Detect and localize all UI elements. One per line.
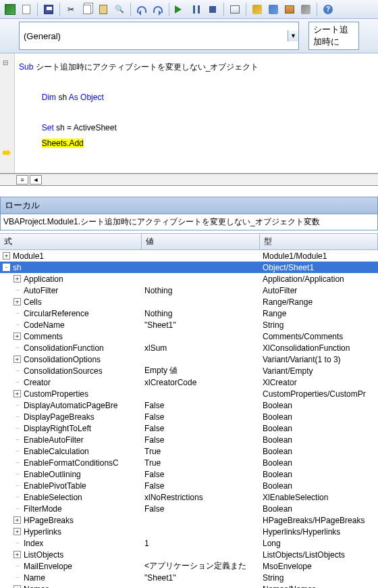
locals-row[interactable]: EnableCalculationTrueBoolean (0, 445, 378, 457)
locals-row[interactable]: +CellsRange/Range (0, 296, 378, 308)
locals-panel-title: ローカル (0, 197, 378, 214)
project-explorer-icon[interactable] (250, 2, 265, 17)
locals-row[interactable]: ConsolidationSourcesEmpty 値Variant/Empty (0, 365, 378, 376)
break-icon[interactable] (189, 2, 204, 17)
locals-row[interactable]: DisplayAutomaticPageBreFalseBoolean (0, 399, 378, 411)
expr-type: Variant/Empty (260, 366, 378, 376)
expand-icon[interactable]: + (14, 516, 21, 524)
expr-type: Boolean (260, 412, 378, 422)
expand-icon[interactable]: + (14, 298, 21, 305)
expr-name: DisplayPageBreaks (24, 412, 94, 422)
object-proc-bar: (General) ▼ シート追加時に (0, 19, 378, 53)
locals-row[interactable]: CodeName"Sheet1"String (0, 319, 378, 330)
expr-type: XlCreator (260, 378, 378, 387)
save-icon[interactable] (41, 2, 56, 17)
expr-value: <アプリケーション定義また (142, 560, 260, 572)
expr-type: HPageBreaks/HPageBreaks (260, 516, 378, 525)
proc-view-icon[interactable]: ≡ (16, 175, 28, 185)
procedure-dropdown[interactable]: シート追加時に (308, 22, 359, 50)
locals-row[interactable]: +ApplicationApplication/Application (0, 273, 378, 285)
expr-name: EnableAutoFilter (24, 435, 84, 445)
expr-type: Boolean (260, 401, 378, 410)
locals-row[interactable]: -shObject/Sheet1 (0, 262, 378, 273)
expand-icon[interactable]: + (3, 252, 10, 260)
locals-row[interactable]: CreatorxlCreatorCodeXlCreator (0, 376, 378, 388)
expr-name: Module1 (13, 251, 44, 261)
locals-row[interactable]: +Module1Module1/Module1 (0, 250, 378, 262)
locals-row[interactable]: +ConsolidationOptionsVariant/Variant(1 t… (0, 353, 378, 365)
expand-icon[interactable]: + (14, 528, 21, 535)
full-view-icon[interactable]: ◄ (30, 175, 42, 185)
properties-icon[interactable] (266, 2, 281, 17)
locals-row[interactable]: DisplayPageBreaksFalseBoolean (0, 411, 378, 422)
paste-icon[interactable] (96, 2, 111, 17)
collapse-icon[interactable]: - (3, 264, 10, 271)
design-mode-icon[interactable] (227, 2, 242, 17)
leaf-icon (14, 401, 21, 409)
leaf-icon (14, 436, 21, 443)
expand-icon[interactable]: + (14, 390, 21, 397)
col-value[interactable]: 値 (142, 234, 260, 249)
expr-type: Object/Sheet1 (260, 263, 378, 272)
locals-row[interactable]: Index1Long (0, 537, 378, 549)
locals-header: 式 値 型 (0, 233, 378, 250)
expr-type: String (260, 320, 378, 330)
locals-row[interactable]: +HyperlinksHyperlinks/Hyperlinks (0, 526, 378, 537)
expr-type: Boolean (260, 435, 378, 445)
locals-row[interactable]: EnableAutoFilterFalseBoolean (0, 434, 378, 445)
locals-row[interactable]: EnablePivotTableFalseBoolean (0, 480, 378, 491)
locals-row[interactable]: EnableFormatConditionsCTrueBoolean (0, 457, 378, 468)
locals-row[interactable]: DisplayRightToLeftFalseBoolean (0, 422, 378, 434)
locals-row[interactable]: ConsolidationFunctionxlSumXlConsolidatio… (0, 342, 378, 353)
expand-icon[interactable]: + (14, 356, 21, 363)
excel-icon[interactable] (3, 2, 18, 17)
find-icon[interactable]: 🔍 (112, 2, 127, 17)
col-type[interactable]: 型 (260, 234, 378, 249)
code-editor[interactable]: ⊟ Sub シート追加時にアクティブシートを変更しない_オブジェクト Dim s… (0, 53, 378, 174)
run-icon[interactable] (173, 2, 188, 17)
expr-value: Empty 値 (142, 365, 260, 376)
locals-row[interactable]: +CommentsComments/Comments (0, 330, 378, 342)
undo-icon[interactable] (134, 2, 149, 17)
leaf-icon (14, 447, 21, 455)
expand-icon[interactable]: + (14, 585, 21, 588)
fold-toggle-icon[interactable]: ⊟ (3, 59, 8, 66)
code-gutter[interactable]: ⊟ (0, 53, 15, 173)
locals-row[interactable]: CircularReferenceNothingRange (0, 308, 378, 319)
leaf-icon (14, 493, 21, 501)
locals-row[interactable]: EnableOutliningFalseBoolean (0, 468, 378, 480)
expr-name: ConsolidationFunction (24, 343, 104, 353)
redo-icon[interactable] (151, 2, 165, 17)
expand-icon[interactable]: + (14, 333, 21, 340)
object-dropdown[interactable]: (General) ▼ (19, 22, 299, 50)
expr-type: Boolean (260, 458, 378, 468)
code-text[interactable]: Sub シート追加時にアクティブシートを変更しない_オブジェクト Dim sh … (15, 53, 378, 173)
leaf-icon (14, 470, 21, 478)
expand-icon[interactable]: + (14, 275, 21, 283)
toolbox-icon[interactable] (298, 2, 313, 17)
locals-row[interactable]: AutoFilterNothingAutoFilter (0, 285, 378, 296)
locals-tree[interactable]: +Module1Module1/Module1-shObject/Sheet1+… (0, 250, 378, 588)
expand-icon[interactable]: + (14, 551, 21, 558)
reset-icon[interactable] (205, 2, 220, 17)
expr-type: Long (260, 539, 378, 548)
leaf-icon (14, 344, 21, 351)
locals-row[interactable]: Name"Sheet1"String (0, 572, 378, 583)
expr-name: Comments (24, 332, 63, 341)
locals-row[interactable]: +ListObjectsListObjects/ListObjects (0, 549, 378, 560)
cut-icon[interactable]: ✂ (63, 2, 78, 17)
new-icon[interactable] (19, 2, 34, 17)
locals-row[interactable]: FilterModeFalseBoolean (0, 503, 378, 514)
locals-row[interactable]: +CustomPropertiesCustomProperties/Custom… (0, 388, 378, 399)
locals-row[interactable]: +NamesNames/Names (0, 583, 378, 588)
locals-row[interactable]: EnableSelectionxlNoRestrictionsXlEnableS… (0, 491, 378, 503)
leaf-icon (14, 459, 21, 466)
locals-row[interactable]: MailEnvelope<アプリケーション定義またMsoEnvelope (0, 560, 378, 572)
col-expression[interactable]: 式 (0, 234, 142, 249)
object-browser-icon[interactable] (282, 2, 297, 17)
expr-value: False (142, 481, 260, 491)
copy-icon[interactable] (80, 2, 94, 17)
help-icon[interactable]: ? (321, 2, 335, 17)
expr-name: ConsolidationOptions (24, 355, 101, 364)
locals-row[interactable]: +HPageBreaksHPageBreaks/HPageBreaks (0, 514, 378, 526)
